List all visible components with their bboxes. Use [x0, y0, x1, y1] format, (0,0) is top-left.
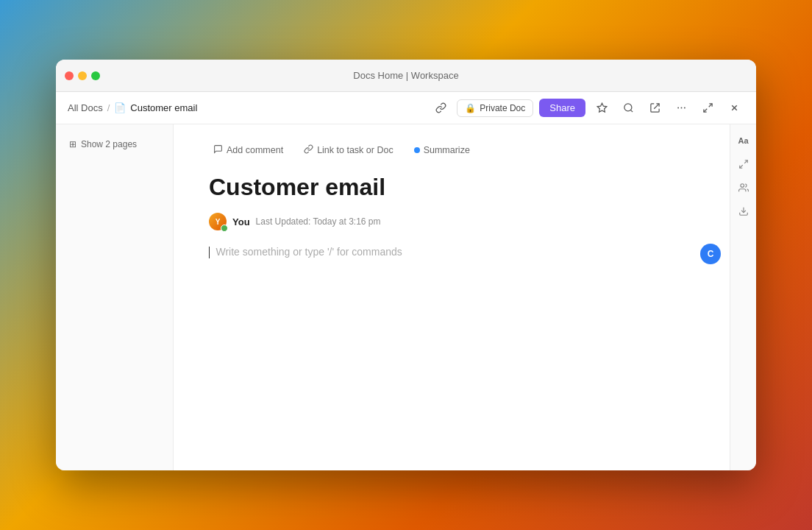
link-task-button[interactable]: Link to task or Doc: [299, 142, 398, 158]
breadcrumb-current-doc: Customer email: [130, 102, 197, 113]
author-row: Y You Last Updated: Today at 3:16 pm: [209, 213, 694, 230]
svg-marker-0: [597, 103, 607, 112]
svg-point-12: [740, 184, 744, 188]
export-button[interactable]: [644, 98, 665, 119]
summarize-dot-icon: [414, 147, 420, 153]
share-button[interactable]: Share: [539, 99, 585, 117]
svg-line-7: [703, 109, 706, 112]
all-docs-link[interactable]: All Docs: [68, 102, 103, 113]
minimize-button[interactable]: [78, 71, 87, 80]
author-name: You: [232, 216, 250, 227]
traffic-lights: [56, 71, 100, 80]
collaborators-button[interactable]: [733, 177, 754, 198]
titlebar: Docs Home | Workspace: [56, 60, 756, 92]
header-actions: 🔒 Private Doc Share: [430, 98, 744, 119]
restore-button[interactable]: [697, 98, 718, 119]
svg-point-5: [683, 107, 685, 109]
font-size-button[interactable]: Aa: [733, 130, 754, 151]
private-doc-button[interactable]: 🔒 Private Doc: [457, 99, 533, 117]
add-comment-label: Add comment: [227, 145, 283, 155]
more-options-button[interactable]: [671, 98, 691, 119]
ai-indicator: C: [700, 244, 721, 264]
app-window: Docs Home | Workspace All Docs / 📄 Custo…: [56, 60, 756, 470]
doc-icon: 📄: [114, 102, 126, 113]
svg-line-6: [708, 104, 711, 107]
document-content: Add comment Link to task or Doc: [174, 124, 756, 470]
svg-line-10: [744, 160, 747, 163]
summarize-label: Summarize: [424, 145, 470, 155]
document-title: Customer email: [209, 173, 694, 201]
editor-area[interactable]: Write something or type '/' for commands…: [209, 245, 694, 258]
breadcrumb-separator: /: [107, 102, 110, 113]
svg-line-11: [739, 165, 742, 168]
search-button[interactable]: [618, 98, 638, 119]
maximize-button[interactable]: [91, 71, 100, 80]
link-icon: [304, 144, 313, 156]
star-button[interactable]: [591, 98, 612, 119]
doc-editor[interactable]: Add comment Link to task or Doc: [174, 124, 730, 470]
svg-point-1: [624, 104, 631, 111]
expand-button[interactable]: [733, 154, 754, 174]
doc-toolbar: Add comment Link to task or Doc: [209, 142, 694, 158]
lock-icon: 🔒: [465, 103, 476, 113]
editor-placeholder: Write something or type '/' for commands: [216, 246, 402, 258]
right-sidebar: Aa: [730, 124, 756, 470]
share-link-button[interactable]: [430, 98, 451, 119]
link-task-label: Link to task or Doc: [317, 145, 393, 155]
show-pages-label: Show 2 pages: [81, 139, 137, 149]
add-comment-button[interactable]: Add comment: [209, 142, 288, 158]
online-badge: [221, 225, 228, 232]
window-title: Docs Home | Workspace: [353, 70, 458, 81]
avatar: Y: [209, 213, 227, 230]
comment-icon: [213, 144, 223, 156]
close-button[interactable]: [65, 71, 74, 80]
breadcrumb: All Docs / 📄 Customer email: [68, 102, 197, 113]
editor-cursor: [209, 247, 210, 258]
svg-point-3: [677, 107, 679, 109]
svg-line-2: [630, 110, 633, 112]
last-updated: Last Updated: Today at 3:16 pm: [256, 216, 381, 227]
breadcrumb-bar: All Docs / 📄 Customer email 🔒 Private Do…: [56, 92, 756, 124]
show-pages-button[interactable]: ⊞ Show 2 pages: [65, 136, 141, 152]
main-area: ⊞ Show 2 pages Add comment: [56, 124, 756, 470]
left-sidebar: ⊞ Show 2 pages: [56, 124, 174, 470]
svg-point-4: [680, 107, 682, 109]
close-doc-button[interactable]: [724, 98, 744, 119]
pages-icon: ⊞: [69, 139, 76, 149]
summarize-button[interactable]: Summarize: [410, 143, 474, 158]
download-button[interactable]: [733, 201, 754, 222]
private-doc-label: Private Doc: [480, 103, 525, 113]
